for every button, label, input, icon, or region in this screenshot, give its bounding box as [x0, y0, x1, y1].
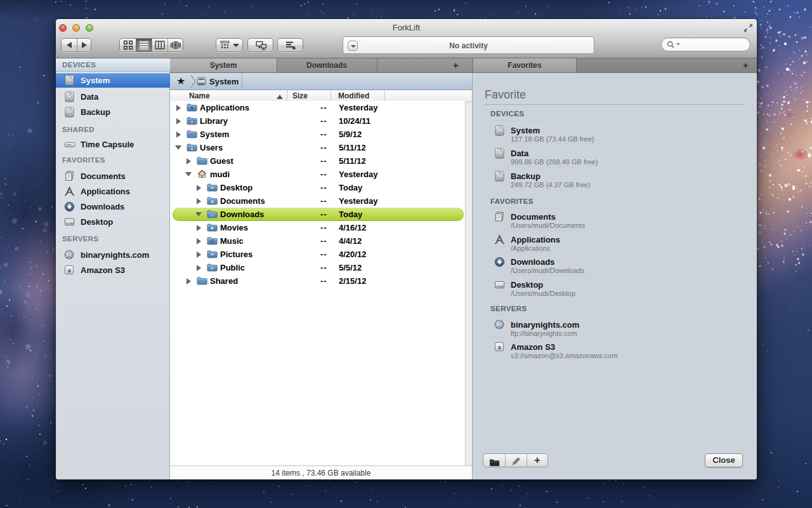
svg-text:a: a [68, 267, 71, 273]
svg-text:a: a [498, 344, 501, 351]
